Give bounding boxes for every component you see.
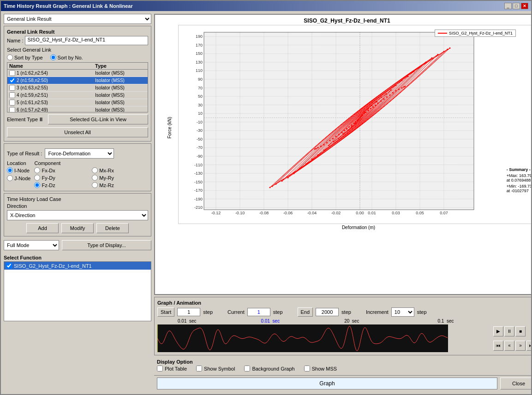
plot-table-checkbox[interactable] <box>157 366 163 371</box>
left-panel: General Link Result General Link Result … <box>4 14 151 391</box>
fz-dz-radio[interactable] <box>34 182 40 188</box>
j-node-option[interactable]: J-Node <box>7 175 30 181</box>
list-item[interactable]: 4 (n1:59,n2:51) Isolator (MSS) <box>7 92 148 99</box>
my-ry-option[interactable]: My-Ry <box>92 175 148 181</box>
list-item-checkbox[interactable] <box>9 77 15 83</box>
fy-dy-option[interactable]: Fy-Dy <box>34 175 90 181</box>
sort-by-no-option[interactable]: Sort by No. <box>50 54 83 60</box>
start-sec-display: 0.01 sec <box>178 318 197 324</box>
show-mss-checkbox[interactable] <box>304 366 310 371</box>
component-grid: Fx-Dx Mx-Rx Fy-Dy <box>34 167 148 188</box>
sort-by-no-radio[interactable] <box>50 54 56 60</box>
show-mss-option[interactable]: Show MSS <box>304 366 337 371</box>
mz-rz-option[interactable]: Mz-Rz <box>92 182 148 188</box>
mx-rx-radio[interactable] <box>92 167 98 173</box>
list-item-checkbox[interactable] <box>9 100 15 106</box>
maximize-button[interactable]: □ <box>513 3 520 9</box>
list-item-checkbox[interactable] <box>9 70 15 76</box>
increment-label: Increment <box>366 309 389 315</box>
background-graph-checkbox[interactable] <box>244 366 250 371</box>
list-item-checkbox[interactable] <box>9 92 15 98</box>
general-link-section: General Link Result Name : SISO_G2_Hyst_… <box>4 26 151 141</box>
to-end-button[interactable]: ⏭ <box>526 341 531 351</box>
i-node-option[interactable]: I-Node <box>7 167 30 173</box>
link-list: Name Type 1 (n1:62,n2:54) Isolator (MSS)… <box>7 63 148 112</box>
animation-section: Graph / Animation Start step Current ste… <box>154 297 531 355</box>
name-row: Name : SISO_G2_Hyst_Fz-Dz_I-end_NT1 <box>7 36 148 45</box>
stop-button[interactable]: ■ <box>515 326 526 336</box>
element-type-row: Element Type II Selected GL-Link in View <box>7 114 148 124</box>
summary-title: - Summary - <box>507 167 531 172</box>
mx-rx-option[interactable]: Mx-Rx <box>92 167 148 173</box>
list-item-type: Isolator (MSS) <box>95 71 146 76</box>
delete-button[interactable]: Delete <box>96 223 129 233</box>
list-item-type: Isolator (MSS) <box>95 93 146 98</box>
type-of-display-btn[interactable]: Type of Display... <box>62 240 151 250</box>
show-symbol-option[interactable]: Show Symbol <box>196 366 235 371</box>
end-btn[interactable]: End <box>298 307 313 317</box>
list-item[interactable]: 3 (n1:63,n2:55) Isolator (MSS) <box>7 84 148 92</box>
sort-by-type-radio[interactable] <box>7 54 13 60</box>
modify-button[interactable]: Modify <box>61 223 94 233</box>
element-type-label: Element Type <box>7 117 38 122</box>
j-node-radio[interactable] <box>7 175 13 181</box>
list-scroll[interactable]: 1 (n1:62,n2:54) Isolator (MSS) 2 (n1:58,… <box>7 70 148 112</box>
play-button[interactable]: ▶ <box>493 326 503 336</box>
end-value-input[interactable] <box>316 308 339 316</box>
list-item[interactable]: 6 (n1:57,n2:49) Isolator (MSS) <box>7 106 148 112</box>
list-item[interactable]: 2 (n1:58,n2:50) Isolator (MSS) <box>7 77 148 84</box>
sort-by-type-option[interactable]: Sort by Type <box>7 54 43 60</box>
unselect-all-btn[interactable]: Unselect All <box>7 127 148 137</box>
list-item-type: Isolator (MSS) <box>95 85 146 90</box>
select-function-section: Select Function SISO_G2_Hyst_Fz-Dz_I-end… <box>4 254 151 321</box>
select-function-label: Select Function <box>4 255 151 260</box>
close-button[interactable]: Close <box>500 377 531 389</box>
add-button[interactable]: Add <box>26 223 59 233</box>
to-start-button[interactable]: ⏮ <box>493 341 503 351</box>
increment-dropdown[interactable]: 10 <box>391 307 414 317</box>
chart-title: SISO_G2_Hyst_Fz-Dz_I-end_NT1 <box>155 15 531 25</box>
list-item-checkbox[interactable] <box>9 85 15 91</box>
mz-rz-radio[interactable] <box>92 182 98 188</box>
main-content: General Link Result General Link Result … <box>1 11 531 394</box>
direction-dropdown[interactable]: X-Direction <box>7 210 148 220</box>
fz-dz-option[interactable]: Fz-Dz <box>34 182 90 188</box>
my-ry-radio[interactable] <box>92 175 98 181</box>
start-value-input[interactable] <box>177 308 200 316</box>
prev-button[interactable]: « <box>504 341 514 351</box>
mode-dropdown[interactable]: Full Mode <box>4 240 59 250</box>
fx-dx-option[interactable]: Fx-Dx <box>34 167 90 173</box>
plot-table-option[interactable]: Plot Table <box>157 366 187 371</box>
time-history-label: Time History Load Case <box>7 196 148 202</box>
location-component-section: Location I-Node J-Node Component <box>7 160 148 188</box>
next-button[interactable]: » <box>515 341 526 351</box>
graph-button[interactable]: Graph <box>157 377 497 389</box>
list-item[interactable]: 1 (n1:62,n2:54) Isolator (MSS) <box>7 70 148 77</box>
minimize-button[interactable]: _ <box>504 3 512 9</box>
end-step-label: step <box>341 309 351 315</box>
my-ry-label: My-Ry <box>99 175 114 181</box>
list-item[interactable]: 5 (n1:61,n2:53) Isolator (MSS) <box>7 99 148 106</box>
close-window-button[interactable]: ✕ <box>521 3 528 9</box>
main-dropdown[interactable]: General Link Result <box>4 14 151 24</box>
function-item[interactable]: SISO_G2_Hyst_Fz-Dz_I-end_NT1 <box>4 262 151 270</box>
component-section: Component Fx-Dx Mx-Rx <box>34 160 148 188</box>
current-value-input[interactable] <box>247 308 270 316</box>
background-graph-option[interactable]: Background Graph <box>244 366 294 371</box>
function-list[interactable]: SISO_G2_Hyst_Fz-Dz_I-end_NT1 <box>4 261 151 321</box>
fy-dy-radio[interactable] <box>34 175 40 181</box>
show-symbol-label: Show Symbol <box>204 366 235 371</box>
function-item-checkbox[interactable] <box>6 263 12 269</box>
fx-dx-radio[interactable] <box>34 167 40 173</box>
current-label: Current <box>227 309 245 315</box>
show-symbol-checkbox[interactable] <box>196 366 202 371</box>
selected-gl-link-btn[interactable]: Selected GL-Link in View <box>48 114 148 124</box>
waveform-left <box>157 324 491 352</box>
display-options-row: Plot Table Show Symbol Background Graph … <box>157 366 531 371</box>
i-node-radio[interactable] <box>7 167 13 173</box>
pause-button[interactable]: ⏸ <box>504 326 514 336</box>
type-result-dropdown[interactable]: Force-Deformation <box>45 148 114 159</box>
list-item-checkbox[interactable] <box>9 107 15 112</box>
start-btn[interactable]: Start <box>157 307 174 317</box>
function-item-name: SISO_G2_Hyst_Fz-Dz_I-end_NT1 <box>14 263 92 269</box>
